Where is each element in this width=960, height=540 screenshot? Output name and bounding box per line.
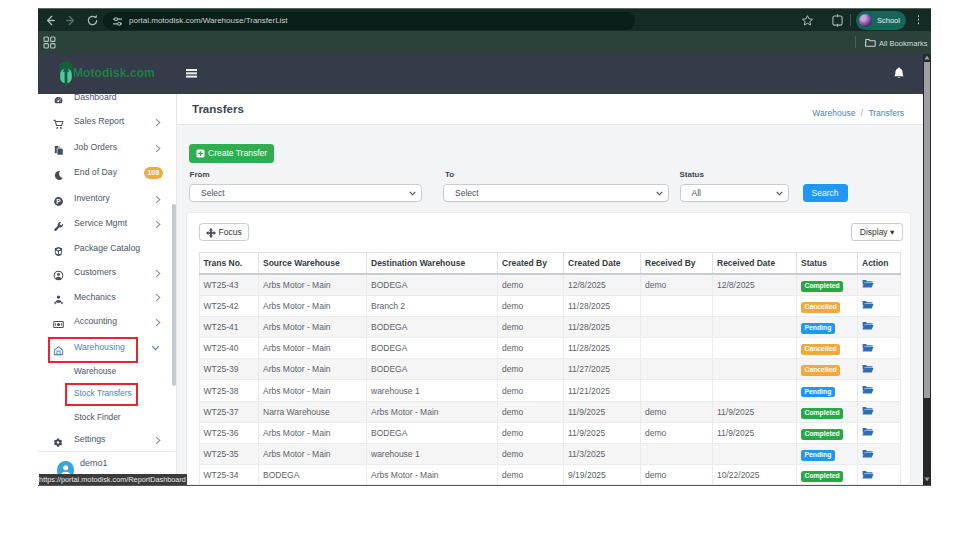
svg-text:P: P [56, 197, 61, 204]
